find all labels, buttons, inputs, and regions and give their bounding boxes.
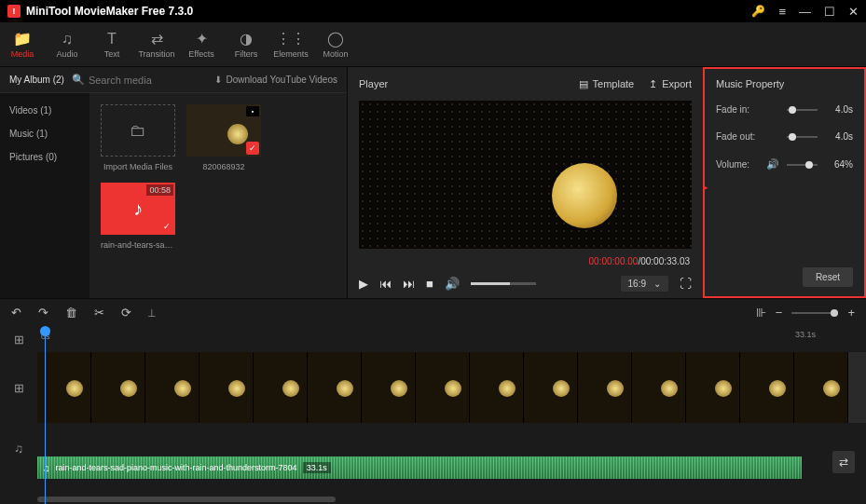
- delete-button[interactable]: 🗑: [65, 306, 77, 320]
- menu-icon[interactable]: ≡: [778, 5, 786, 19]
- volume-value: 64%: [825, 159, 853, 170]
- time-ruler[interactable]: 0s 33.1s: [37, 326, 866, 352]
- timeline-toolbar: ↶ ↷ 🗑 ✂ ⟳ ⟂ ⊪ − +: [0, 298, 866, 326]
- speed-button[interactable]: ⟳: [121, 306, 131, 320]
- video-track-icon: ⊞: [0, 352, 37, 423]
- elements-icon: ⋮⋮: [276, 30, 306, 48]
- add-track-button[interactable]: ⊞: [0, 326, 37, 352]
- text-icon: T: [107, 31, 117, 48]
- template-button[interactable]: ▤Template: [579, 78, 635, 90]
- tab-elements[interactable]: ⋮⋮Elements: [268, 22, 313, 66]
- collapse-icon[interactable]: ▸: [704, 183, 708, 192]
- folder-icon: 🗀: [130, 121, 146, 141]
- search-input[interactable]: 🔍Search media: [72, 74, 208, 86]
- cut-button[interactable]: ✂: [94, 306, 104, 320]
- close-button[interactable]: ✕: [848, 5, 859, 19]
- motion-icon: ◯: [327, 30, 344, 48]
- main-toolbar: 📁Media ♫Audio TText ⇄Transition ✦Effects…: [0, 22, 866, 67]
- ruler-end: 33.1s: [795, 330, 816, 339]
- download-youtube-link[interactable]: ⬇Download YouTube Videos: [214, 75, 337, 85]
- transition-swap-button[interactable]: ⇄: [832, 451, 855, 473]
- album-label: My Album (2): [9, 75, 64, 85]
- minimize-button[interactable]: —: [799, 5, 811, 19]
- video-badge-icon: ▪: [246, 106, 259, 116]
- crop-button[interactable]: ⟂: [148, 306, 156, 320]
- app-logo: !: [7, 5, 21, 18]
- check-icon: ✓: [160, 220, 173, 233]
- tab-text[interactable]: TText: [89, 22, 134, 66]
- category-list: Videos (1) Music (1) Pictures (0): [0, 93, 89, 298]
- zoom-slider[interactable]: [791, 312, 838, 314]
- note-icon: ♫: [62, 31, 73, 48]
- play-button[interactable]: ▶: [359, 277, 368, 291]
- tracks-area[interactable]: 0s 33.1s ♫ rain-and-tears-sad-piano-musi…: [37, 326, 866, 504]
- video-track-clip[interactable]: [37, 352, 866, 423]
- player-title: Player: [359, 78, 388, 89]
- fadeout-label: Fade out:: [716, 131, 759, 142]
- tab-transition[interactable]: ⇄Transition: [134, 22, 179, 66]
- fadeout-slider[interactable]: [787, 136, 818, 138]
- media-panel: My Album (2) 🔍Search media ⬇Download You…: [0, 67, 347, 298]
- tab-effects[interactable]: ✦Effects: [179, 22, 224, 66]
- folder-icon: 📁: [13, 30, 32, 48]
- zoom-out-button[interactable]: −: [776, 306, 783, 320]
- music-note-icon: ♪: [133, 198, 143, 220]
- reset-button[interactable]: Reset: [803, 267, 853, 287]
- stop-button[interactable]: ■: [426, 277, 433, 291]
- tab-motion[interactable]: ◯Motion: [313, 22, 358, 66]
- volume-slider[interactable]: [471, 282, 536, 285]
- undo-button[interactable]: ↶: [11, 306, 21, 320]
- fullscreen-button[interactable]: ⛶: [680, 277, 692, 291]
- search-icon: 🔍: [72, 74, 85, 86]
- duration-badge: 00:58: [146, 184, 173, 196]
- chevron-down-icon: ⌄: [653, 279, 661, 289]
- media-item-video[interactable]: ▪✓ 820068932: [186, 104, 261, 171]
- audio-clip-name: rain-and-tears-sad-piano-music-with-rain…: [56, 463, 297, 472]
- download-icon: ⬇: [214, 75, 222, 85]
- media-item-audio[interactable]: ♪00:58✓ rain-and-tears-sad-...: [101, 183, 175, 250]
- volume-icon[interactable]: 🔊: [445, 277, 460, 291]
- tab-media[interactable]: 📁Media: [0, 22, 45, 66]
- fadein-slider[interactable]: [787, 109, 818, 111]
- fadeout-value: 4.0s: [825, 131, 853, 142]
- maximize-button[interactable]: ☐: [824, 5, 835, 19]
- export-button[interactable]: ↥Export: [649, 78, 692, 90]
- category-pictures[interactable]: Pictures (0): [0, 145, 89, 169]
- template-icon: ▤: [579, 78, 588, 90]
- fit-button[interactable]: ⊪: [756, 306, 766, 320]
- tab-filters[interactable]: ◑Filters: [224, 22, 268, 66]
- fadein-label: Fade in:: [716, 104, 759, 115]
- category-music[interactable]: Music (1): [0, 122, 89, 145]
- transition-icon: ⇄: [151, 30, 163, 48]
- volume-prop-slider[interactable]: [787, 164, 818, 166]
- category-videos[interactable]: Videos (1): [0, 99, 89, 122]
- next-button[interactable]: ⏭: [403, 277, 415, 291]
- app-title: MiniTool MovieMaker Free 7.3.0: [26, 5, 193, 18]
- check-icon: ✓: [246, 142, 259, 155]
- player-panel: Player ▤Template ↥Export 00:00:00.00 / 0…: [347, 67, 703, 298]
- video-preview[interactable]: [359, 101, 692, 249]
- tab-audio[interactable]: ♫Audio: [45, 22, 89, 66]
- volume-label: Volume:: [716, 159, 759, 170]
- titlebar: ! MiniTool MovieMaker Free 7.3.0 🔑 ≡ — ☐…: [0, 0, 866, 22]
- redo-button[interactable]: ↷: [38, 306, 48, 320]
- aspect-ratio-select[interactable]: 16:9⌄: [621, 276, 668, 292]
- prev-button[interactable]: ⏮: [379, 277, 392, 291]
- import-media-button[interactable]: 🗀 Import Media Files: [101, 104, 175, 171]
- fadein-value: 4.0s: [825, 104, 853, 115]
- audio-track-clip[interactable]: ♫ rain-and-tears-sad-piano-music-with-ra…: [37, 456, 802, 479]
- export-icon: ↥: [649, 78, 657, 90]
- zoom-in-button[interactable]: +: [847, 306, 855, 320]
- key-icon[interactable]: 🔑: [751, 5, 765, 18]
- playhead[interactable]: [45, 326, 46, 504]
- timeline: ⊞ ⊞ ♫ 0s 33.1s ♫ rain-and-tears-sad-pian…: [0, 326, 866, 504]
- filters-icon: ◑: [240, 30, 253, 48]
- speaker-icon: 🔊: [766, 158, 779, 170]
- music-property-panel: ▸ Music Property Fade in: 4.0s Fade out:…: [703, 67, 866, 298]
- property-title: Music Property: [705, 69, 864, 99]
- current-time: 00:00:00.00: [589, 256, 639, 266]
- total-time: 00:00:33.03: [640, 256, 690, 266]
- audio-track-icon: ♫: [0, 423, 37, 473]
- horizontal-scrollbar[interactable]: [37, 497, 336, 502]
- effects-icon: ✦: [196, 30, 208, 48]
